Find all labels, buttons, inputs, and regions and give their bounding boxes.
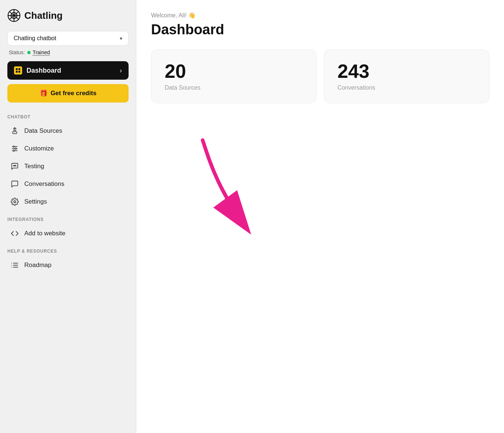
chatbot-selector[interactable]: Chatling chatbot ▾ [7,31,129,46]
dashboard-button[interactable]: Dashboard › [7,61,129,80]
gear-icon [10,198,19,206]
sidebar-item-customize-label: Customize [24,145,54,152]
svg-point-10 [15,148,17,149]
stat-card-data-sources: 20 Data Sources [151,49,316,103]
chatbot-section-label: CHATBOT [7,114,129,119]
svg-point-15 [14,201,16,203]
sidebar-item-add-to-website-label: Add to website [24,230,66,237]
main-content: Welcome, Ali! 👋 Dashboard 20 Data Source… [136,0,504,433]
help-section-label: HELP & RESOURCES [7,249,129,254]
logo-area: Chatling [7,9,129,22]
sidebar-item-data-sources[interactable]: Data Sources [7,122,129,139]
logo-icon [7,9,21,22]
sidebar-item-roadmap[interactable]: Roadmap [7,257,129,274]
welcome-text: Welcome, Ali! 👋 [151,12,489,19]
stats-row: 20 Data Sources 243 Conversations [151,49,489,103]
sidebar-item-testing[interactable]: Testing [7,158,129,175]
dashboard-button-label: Dashboard [27,67,61,75]
get-credits-label: Get free credits [50,90,97,97]
page-title: Dashboard [151,22,489,38]
svg-point-12 [13,165,14,166]
status-row: Status: Trained [7,49,129,55]
app-name: Chatling [24,10,63,21]
stat-label-data-sources: Data Sources [165,84,303,91]
stat-number-conversations: 243 [337,62,476,81]
sidebar-item-settings-label: Settings [24,198,47,205]
dashboard-arrow-icon: › [120,67,122,75]
sidebar-item-conversations-label: Conversations [24,180,64,188]
get-credits-button[interactable]: 🎁 Get free credits [7,84,129,103]
arrow-annotation [181,133,276,245]
sidebar-item-add-to-website[interactable]: Add to website [7,225,129,242]
sidebar-item-data-sources-label: Data Sources [24,127,62,135]
integrations-section-label: INTEGRATIONS [7,217,129,222]
svg-point-13 [14,165,15,166]
sidebar-item-settings[interactable]: Settings [7,193,129,210]
svg-point-9 [13,146,14,148]
code-icon [10,229,19,238]
stat-number-data-sources: 20 [165,62,303,81]
customize-icon [10,145,19,153]
sidebar-item-conversations[interactable]: Conversations [7,176,129,193]
dashboard-button-inner: Dashboard [14,66,61,75]
svg-point-14 [15,165,16,166]
stat-label-conversations: Conversations [337,84,476,91]
chatbot-selector-label: Chatling chatbot [14,35,56,42]
list-icon [10,261,19,269]
chevron-down-icon: ▾ [120,35,122,41]
sidebar: Chatling Chatling chatbot ▾ Status: Trai… [0,0,136,433]
testing-icon [10,162,19,170]
svg-point-11 [13,150,14,152]
conversations-icon [10,180,19,188]
dashboard-icon [14,66,22,75]
status-dot [27,51,31,54]
status-value: Trained [33,49,50,55]
sidebar-item-customize[interactable]: Customize [7,140,129,157]
plug-icon [10,127,19,135]
sidebar-item-roadmap-label: Roadmap [24,261,52,269]
status-prefix: Status: [9,49,25,55]
stat-card-conversations: 243 Conversations [324,49,489,103]
gift-icon: 🎁 [39,89,48,97]
sidebar-item-testing-label: Testing [24,163,44,170]
